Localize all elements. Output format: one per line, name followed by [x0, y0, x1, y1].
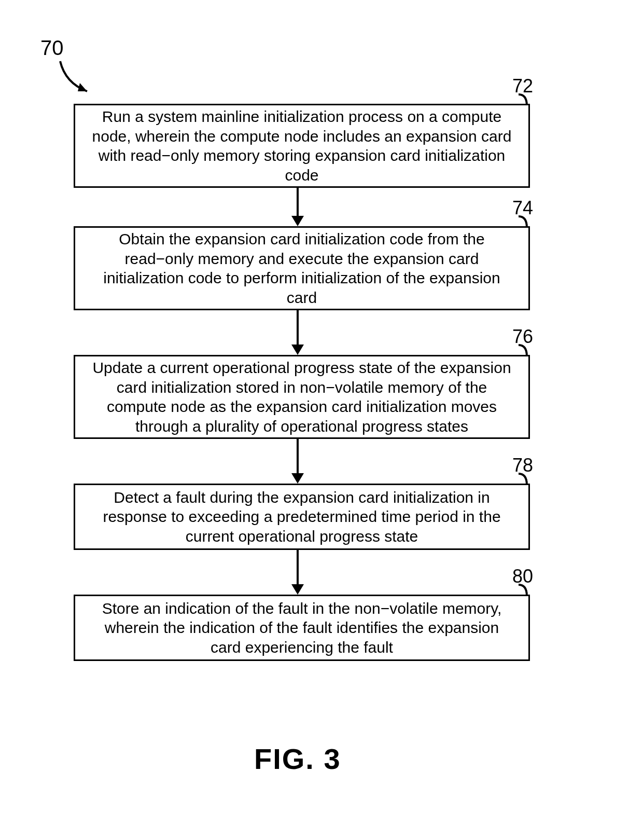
arrow-head-72-74 — [291, 216, 304, 226]
diagram-id-arrow — [55, 57, 102, 99]
svg-marker-0 — [78, 83, 87, 91]
arrow-head-74-76 — [291, 345, 304, 355]
step-text-78: Detect a fault during the expansion card… — [88, 488, 516, 546]
figure-caption: FIG. 3 — [254, 742, 341, 776]
diagram-id-label: 70 — [40, 36, 64, 60]
step-box-76: Update a current operational progress st… — [74, 355, 530, 439]
arrow-72-74 — [297, 188, 299, 219]
step-box-80: Store an indication of the fault in the … — [74, 595, 530, 661]
step-text-72: Run a system mainline initialization pro… — [88, 107, 516, 185]
arrow-head-78-80 — [291, 584, 304, 595]
step-box-74: Obtain the expansion card initialization… — [74, 226, 530, 310]
arrow-78-80 — [297, 550, 299, 587]
step-box-78: Detect a fault during the expansion card… — [74, 484, 530, 550]
step-text-74: Obtain the expansion card initialization… — [88, 229, 516, 307]
step-box-72: Run a system mainline initialization pro… — [74, 104, 530, 188]
arrow-74-76 — [297, 310, 299, 348]
arrow-76-78 — [297, 439, 299, 476]
step-text-80: Store an indication of the fault in the … — [88, 599, 516, 657]
arrow-head-76-78 — [291, 473, 304, 484]
step-text-76: Update a current operational progress st… — [88, 358, 516, 436]
